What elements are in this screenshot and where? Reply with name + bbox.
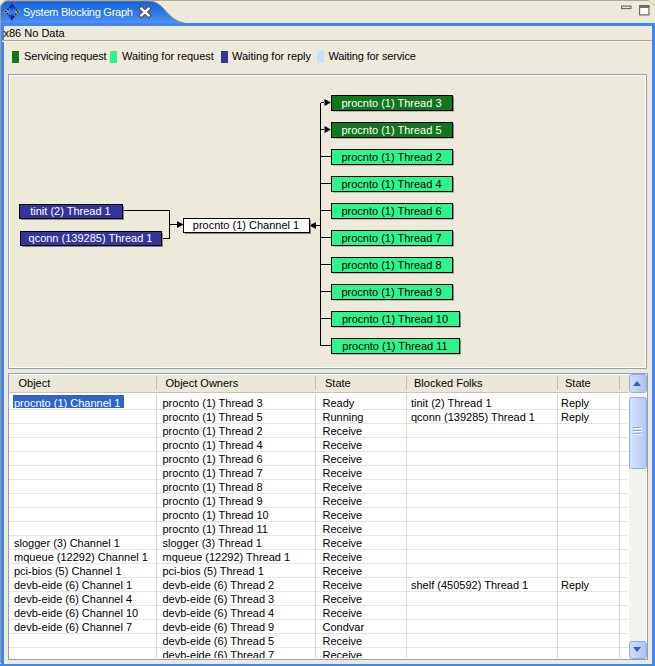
svg-text:procnto (1) Thread 8: procnto (1) Thread 8 [341, 259, 441, 271]
svg-text:procnto (1) Thread 4: procnto (1) Thread 4 [341, 178, 441, 190]
svg-text:procnto (1) Thread 6: procnto (1) Thread 6 [341, 205, 441, 217]
svg-text:procnto (1) Thread 5: procnto (1) Thread 5 [341, 124, 441, 136]
svg-text:procnto (1) Channel 1: procnto (1) Channel 1 [193, 219, 299, 231]
svg-text:qconn (139285) Thread 1: qconn (139285) Thread 1 [29, 232, 153, 244]
svg-text:tinit (2) Thread 1: tinit (2) Thread 1 [30, 205, 111, 217]
svg-text:procnto (1) Thread 9: procnto (1) Thread 9 [341, 286, 441, 298]
svg-text:procnto (1) Thread 3: procnto (1) Thread 3 [341, 97, 441, 109]
svg-text:procnto (1) Thread 7: procnto (1) Thread 7 [341, 232, 441, 244]
svg-text:procnto (1) Thread 11: procnto (1) Thread 11 [342, 340, 447, 352]
svg-text:procnto (1) Thread 10: procnto (1) Thread 10 [342, 313, 448, 325]
svg-text:procnto (1) Thread 2: procnto (1) Thread 2 [341, 151, 441, 163]
